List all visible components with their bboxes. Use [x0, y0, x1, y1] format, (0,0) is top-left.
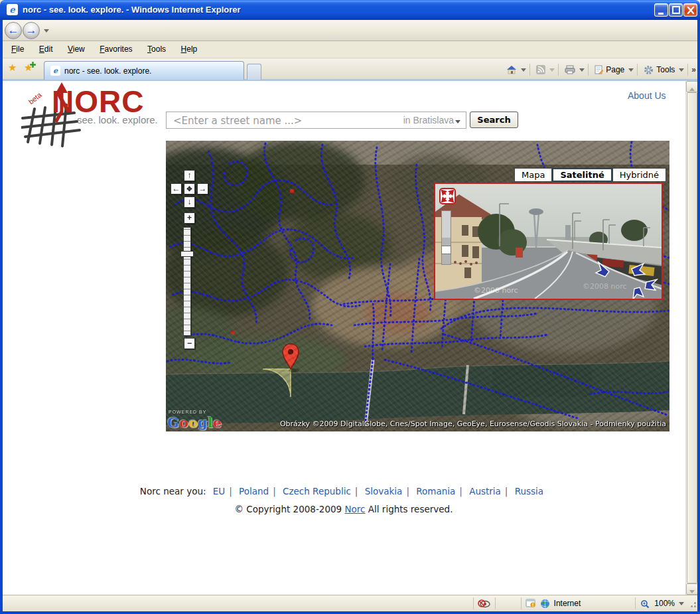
footer-near-you: Norc near you: EU| Poland| Czech Republi…: [3, 486, 685, 497]
norc-copyright-link[interactable]: Norc: [344, 504, 365, 514]
footer-link-slovakia[interactable]: Slovakia: [365, 486, 403, 497]
zoom-out-button[interactable]: −: [184, 338, 195, 349]
near-you-label: Norc near you:: [140, 486, 206, 497]
zoom-dropdown-icon[interactable]: [679, 602, 684, 605]
slider-handle[interactable]: [441, 246, 451, 254]
footer-link-poland[interactable]: Poland: [239, 486, 269, 497]
plus-icon: +: [187, 213, 192, 222]
footer-link-czech[interactable]: Czech Republic: [283, 486, 351, 497]
close-icon: [684, 4, 698, 17]
google-logo[interactable]: Google: [167, 414, 222, 431]
arrow-down-icon: ↓: [188, 197, 192, 206]
command-bar: Page Tools »: [504, 61, 696, 78]
map-type-switcher: Mapa Satelitné Hybridné: [514, 168, 666, 182]
menu-view[interactable]: View: [62, 41, 91, 58]
forward-icon: →: [26, 24, 37, 37]
menu-file[interactable]: File: [5, 41, 30, 58]
norc-logo: beta NORC see. look. explore.: [21, 85, 161, 145]
zoom-slider-track[interactable]: [183, 227, 191, 336]
favorites-center-button[interactable]: ★: [8, 62, 17, 74]
window-title: norc - see. look. explore. - Windows Int…: [23, 5, 241, 15]
back-button[interactable]: ←: [5, 22, 22, 39]
powered-by-label: POWERED BY: [169, 410, 206, 414]
rss-icon: [536, 65, 545, 74]
search-button[interactable]: Search: [470, 112, 518, 128]
map-attribution: Obrázky ©2009 DigitalGlobe, Cnes/Spot Im…: [280, 420, 666, 428]
navigation-bar: ← → e: [0, 20, 700, 41]
city-scope-dropdown[interactable]: in Bratislava: [403, 115, 460, 125]
maximize-button[interactable]: [669, 3, 683, 17]
street-search-field: in Bratislava: [166, 112, 466, 129]
map-canvas[interactable]: ↑ ← ✥ → ↓ + − Mapa Satelitné Hybridné: [166, 141, 669, 431]
maptype-mapa-button[interactable]: Mapa: [514, 168, 552, 182]
zoom-slider-handle[interactable]: [180, 251, 194, 257]
feeds-button[interactable]: [533, 63, 548, 76]
tab-bar: ★ ★ e norc - see. look. explore. Page: [0, 58, 700, 81]
protected-mode-icon: [525, 599, 536, 608]
footer-link-russia[interactable]: Russia: [515, 486, 543, 497]
zoom-level-label: 100%: [654, 599, 675, 608]
scroll-down-button[interactable]: [686, 583, 698, 595]
logo-tagline: see. look. explore.: [77, 114, 158, 125]
page-icon: [595, 65, 603, 74]
pan-right-button[interactable]: →: [197, 183, 208, 194]
menu-favorites[interactable]: Favorites: [94, 41, 138, 58]
arrow-left-icon: ←: [173, 184, 180, 193]
footer-link-eu[interactable]: EU: [213, 486, 225, 497]
svg-text:©2008 norc: ©2008 norc: [583, 282, 627, 291]
maptype-satellite-button[interactable]: Satelitné: [552, 168, 612, 182]
streetview-zoom-slider[interactable]: [441, 210, 451, 265]
print-dropdown-icon[interactable]: [579, 68, 585, 72]
expand-arrows-icon: [441, 189, 455, 203]
maptype-hybrid-button[interactable]: Hybridné: [612, 168, 666, 182]
browser-window: e norc - see. look. explore. - Windows I…: [0, 0, 700, 614]
forward-button[interactable]: →: [23, 22, 40, 39]
tab-norc[interactable]: e norc - see. look. explore.: [44, 61, 244, 80]
minimize-button[interactable]: [654, 3, 668, 17]
arrow-right-icon: →: [199, 184, 207, 193]
arrow-down-icon: [689, 590, 695, 593]
streetview-expand-button[interactable]: [439, 188, 456, 204]
scrollbar-thumb[interactable]: [687, 92, 697, 583]
streetview-scene: ©2008 norc ©2008 norc: [435, 184, 662, 299]
pan-left-button[interactable]: ←: [171, 183, 182, 194]
gear-icon: [644, 65, 654, 75]
menu-edit[interactable]: Edit: [33, 41, 59, 58]
menu-help[interactable]: Help: [175, 41, 204, 58]
footer-link-austria[interactable]: Austria: [469, 486, 501, 497]
home-dropdown-icon[interactable]: [521, 68, 526, 72]
history-dropdown-icon[interactable]: [44, 29, 49, 33]
window-border-bottom: [0, 611, 700, 614]
more-commands-chevron[interactable]: »: [691, 65, 696, 74]
page-menu-label: Page: [606, 65, 624, 74]
resize-grip[interactable]: [688, 599, 696, 607]
footer-link-romania[interactable]: Romania: [416, 486, 455, 497]
tools-dropdown-icon[interactable]: [679, 68, 684, 72]
tab-favicon-icon: e: [50, 66, 60, 76]
window-border-right: [697, 20, 700, 611]
page-menu-button[interactable]: Page: [592, 63, 627, 76]
streetview-watermark: ©2008 norc: [474, 286, 518, 295]
pan-center-button[interactable]: ✥: [184, 183, 195, 194]
pan-up-button[interactable]: ↑: [184, 170, 195, 181]
minus-icon: −: [187, 339, 192, 348]
home-icon: [506, 65, 517, 74]
pan-down-button[interactable]: ↓: [184, 196, 195, 208]
new-tab-button[interactable]: [247, 64, 261, 80]
page-scrollbar[interactable]: [685, 81, 697, 595]
streetview-inset[interactable]: ©2008 norc ©2008 norc: [434, 183, 663, 300]
street-search-input[interactable]: [172, 114, 384, 127]
print-button[interactable]: [562, 63, 578, 76]
menu-tools[interactable]: Tools: [141, 41, 172, 58]
tools-menu-button[interactable]: Tools: [641, 63, 677, 77]
close-button[interactable]: [683, 3, 697, 17]
page-dropdown-icon[interactable]: [628, 68, 634, 72]
zoom-in-button[interactable]: +: [184, 212, 195, 224]
about-us-link[interactable]: About Us: [628, 90, 666, 101]
printer-icon: [565, 65, 575, 74]
feeds-dropdown-icon[interactable]: [549, 68, 555, 72]
add-favorite-button[interactable]: ★: [24, 62, 33, 74]
footer-copyright: © Copyright 2008-2009 Norc All rights re…: [3, 504, 685, 514]
home-button[interactable]: [504, 63, 520, 76]
scroll-up-button[interactable]: [686, 81, 698, 92]
